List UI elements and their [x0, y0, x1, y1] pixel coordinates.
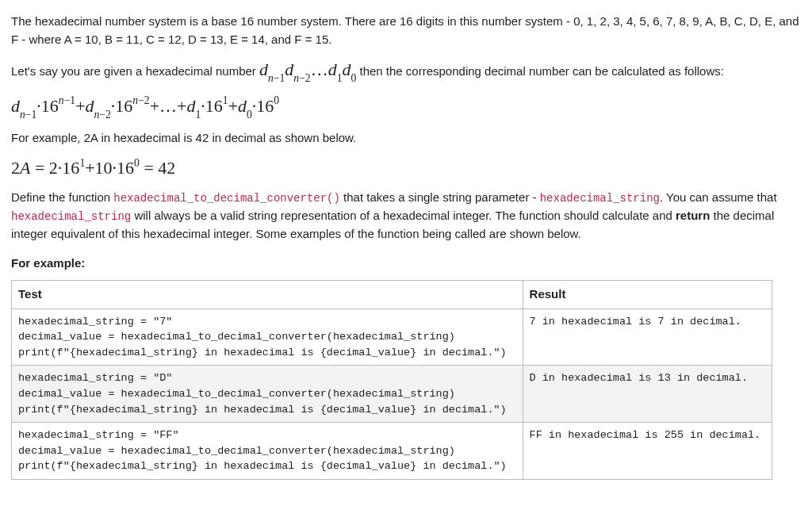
define-a: Define the function	[11, 190, 113, 204]
for-example-label: For example:	[11, 255, 801, 273]
define-b: that takes a single string parameter -	[340, 190, 540, 204]
intro-p2a: Let's say you are given a hexadecimal nu…	[11, 64, 259, 78]
define-d: will always be a valid string representa…	[131, 209, 676, 222]
table-row: hexadecimal_string = "7" decimal_value =…	[12, 309, 772, 366]
intro-p1: The hexadecimal number system is a base …	[11, 13, 801, 48]
define-param: hexadecimal_string	[540, 192, 660, 205]
define-param2: hexadecimal_string	[11, 210, 131, 223]
define-para: Define the function hexadecimal_to_decim…	[11, 189, 801, 243]
test-cell: hexadecimal_string = "7" decimal_value =…	[12, 309, 523, 366]
define-c: . You can assume that	[660, 190, 777, 204]
table-row: hexadecimal_string = "D" decimal_value =…	[12, 366, 772, 423]
math-digits-inline: dn−1dn−2…d1d0	[259, 59, 356, 79]
col-test: Test	[12, 281, 523, 309]
intro-p2b: then the corresponding decimal number ca…	[359, 64, 723, 78]
test-cell: hexadecimal_string = "D" decimal_value =…	[12, 366, 523, 423]
intro-p3: For example, 2A in hexadecimal is 42 in …	[11, 129, 801, 148]
result-cell: FF in hexadecimal is 255 in decimal.	[523, 423, 772, 480]
define-return: return	[676, 209, 710, 222]
table-header-row: Test Result	[12, 281, 772, 309]
math-expansion: dn−1·16n−1+dn−2·16n−2+…+d1·161+d0·160	[11, 93, 801, 121]
examples-table: Test Result hexadecimal_string = "7" dec…	[11, 280, 772, 480]
define-fn: hexadecimal_to_decimal_converter()	[113, 192, 340, 205]
test-cell: hexadecimal_string = "FF" decimal_value …	[12, 423, 523, 480]
math-example: 2A = 2·161+10·160 = 42	[11, 155, 801, 181]
result-cell: D in hexadecimal is 13 in decimal.	[523, 366, 772, 423]
intro-p2: Let's say you are given a hexadecimal nu…	[11, 56, 801, 85]
col-result: Result	[523, 281, 772, 309]
result-cell: 7 in hexadecimal is 7 in decimal.	[523, 309, 772, 366]
table-row: hexadecimal_string = "FF" decimal_value …	[12, 423, 772, 480]
